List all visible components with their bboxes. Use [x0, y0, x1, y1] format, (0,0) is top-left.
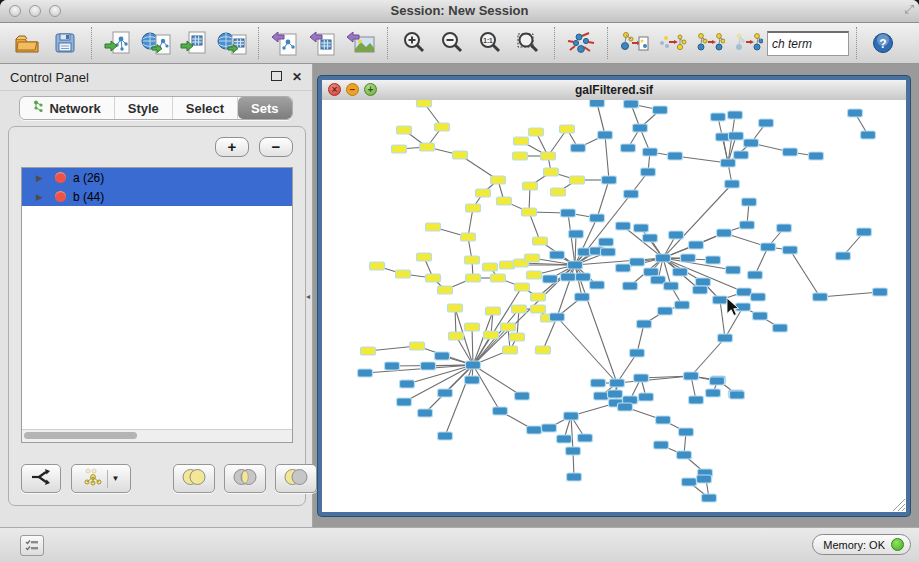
export-table-button[interactable] [304, 26, 342, 60]
folder-icon [13, 31, 41, 55]
network-window-title: galFiltered.sif [322, 83, 906, 97]
scrollbar-thumb[interactable] [24, 432, 137, 439]
disclosure-triangle-icon[interactable]: ▶ [36, 173, 43, 183]
import-table-file-button[interactable] [175, 26, 213, 60]
toolbar-separator [607, 27, 608, 59]
sets-panel: + − ▶ a (26) ▶ b (44) [8, 126, 306, 506]
tab-network[interactable]: Network [20, 97, 114, 119]
network-window-titlebar[interactable]: × − + galFiltered.sif [322, 80, 906, 101]
help-button[interactable]: ? [864, 26, 902, 60]
remove-set-button[interactable]: − [259, 137, 293, 157]
toolbar-separator [258, 27, 259, 59]
tab-select[interactable]: Select [173, 97, 238, 119]
export-network-icon [270, 29, 300, 57]
horizontal-scrollbar[interactable] [22, 429, 292, 442]
open-file-button[interactable] [8, 26, 46, 60]
venn-intersection-icon [232, 468, 258, 490]
expand-network-button[interactable] [691, 26, 729, 60]
import-network-url-button[interactable] [137, 26, 175, 60]
venn-difference-icon [283, 468, 309, 490]
app-window: Session: New Session ⤢ [0, 0, 919, 562]
memory-status-label: Memory: OK [823, 539, 885, 551]
toolbar-separator [856, 27, 857, 59]
main-toolbar: 1:1 ? [0, 23, 919, 64]
tab-style[interactable]: Style [115, 97, 173, 119]
chevron-down-icon[interactable]: ▼ [112, 474, 120, 483]
network-graph-svg [322, 100, 906, 512]
button-divider [107, 470, 108, 488]
zoom-fit-button[interactable]: 1:1 [471, 26, 509, 60]
float-panel-icon[interactable] [271, 71, 282, 83]
split-arrows-icon [30, 468, 52, 490]
save-session-button[interactable] [46, 26, 84, 60]
set-name: a (26) [73, 171, 104, 185]
show-all-icon [733, 29, 763, 57]
mouse-cursor-icon [727, 298, 739, 316]
import-network-file-icon [103, 29, 133, 57]
split-set-button[interactable] [21, 464, 61, 493]
yellow-network-icon [83, 468, 103, 490]
list-item-set-a[interactable]: ▶ a (26) [22, 168, 292, 187]
task-list-icon [25, 537, 39, 555]
zoom-fit-icon: 1:1 [477, 30, 503, 56]
zoom-selected-button[interactable] [509, 26, 547, 60]
sets-action-buttons: ▼ [21, 464, 326, 493]
zoom-out-button[interactable] [433, 26, 471, 60]
zoom-in-icon [401, 30, 427, 56]
workspace: Control Panel ✕ Network Style Select Set… [0, 64, 919, 528]
toolbar-separator [91, 27, 92, 59]
control-panel-header: Control Panel ✕ [0, 64, 312, 91]
import-network-url-icon [140, 29, 172, 57]
disclosure-triangle-icon[interactable]: ▶ [36, 192, 43, 202]
search-input[interactable] [767, 31, 849, 56]
memory-ok-icon [891, 538, 904, 551]
svg-text:1:1: 1:1 [483, 37, 493, 44]
export-image-button[interactable] [342, 26, 380, 60]
fullscreen-icon[interactable]: ⤢ [904, 2, 914, 16]
difference-button[interactable] [275, 464, 317, 493]
set-color-icon [55, 191, 66, 202]
zoom-selected-icon [515, 30, 541, 56]
network-canvas[interactable] [322, 100, 906, 512]
show-all-button[interactable] [729, 26, 767, 60]
control-panel-title: Control Panel [10, 70, 89, 85]
control-panel: Control Panel ✕ Network Style Select Set… [0, 64, 313, 528]
select-first-neighbors-button[interactable] [653, 26, 691, 60]
resize-grip-icon [893, 499, 905, 511]
venn-union-icon [181, 468, 207, 490]
graph-layer [358, 100, 888, 502]
zoom-in-button[interactable] [395, 26, 433, 60]
union-button[interactable] [173, 464, 215, 493]
set-name: b (44) [73, 190, 104, 204]
toolbar-separator [387, 27, 388, 59]
set-color-icon [55, 172, 66, 183]
expand-network-icon [695, 29, 725, 57]
export-network-button[interactable] [266, 26, 304, 60]
close-panel-icon[interactable]: ✕ [292, 71, 302, 83]
import-table-url-icon [216, 29, 248, 57]
tab-sets[interactable]: Sets [238, 97, 291, 119]
import-table-file-icon [179, 29, 209, 57]
toolbar-separator [554, 27, 555, 59]
title-bar: Session: New Session ⤢ [0, 0, 919, 23]
list-item-set-b[interactable]: ▶ b (44) [22, 187, 292, 206]
export-table-icon [308, 29, 338, 57]
collapse-panel-icon[interactable]: ◂ [306, 292, 310, 301]
new-network-from-selection-icon [619, 29, 649, 57]
apply-layout-button[interactable] [562, 26, 600, 60]
create-set-from-network-button[interactable]: ▼ [71, 464, 131, 493]
control-panel-tabs: Network Style Select Sets [0, 96, 312, 120]
intersection-button[interactable] [224, 464, 266, 493]
window-title: Session: New Session [0, 3, 919, 18]
svg-text:?: ? [879, 37, 886, 51]
import-table-url-button[interactable] [213, 26, 251, 60]
import-network-file-button[interactable] [99, 26, 137, 60]
network-view-window[interactable]: × − + galFiltered.sif [318, 76, 910, 516]
add-set-button[interactable]: + [215, 137, 249, 157]
new-network-from-selection-button[interactable] [615, 26, 653, 60]
apply-layout-icon [566, 29, 596, 57]
export-image-icon [346, 29, 376, 57]
select-first-neighbors-icon [657, 29, 687, 57]
automation-panel-button[interactable] [20, 535, 44, 556]
memory-status-button[interactable]: Memory: OK [812, 534, 911, 555]
